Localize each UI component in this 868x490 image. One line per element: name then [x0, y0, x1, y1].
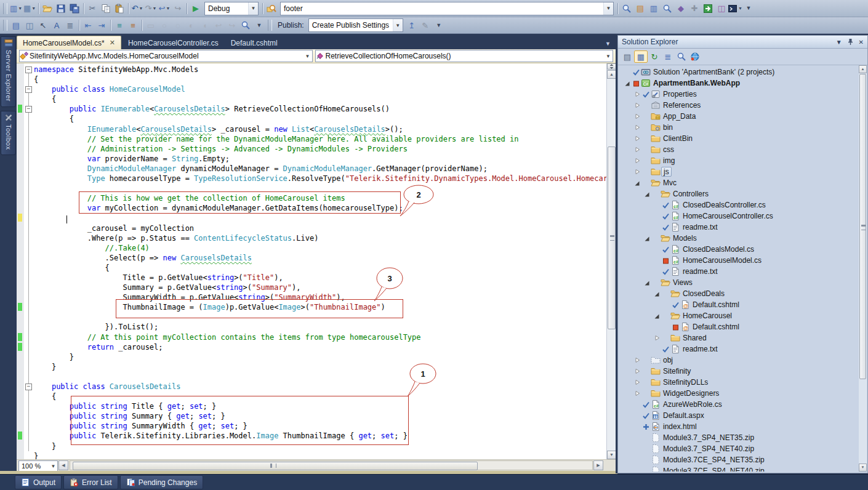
tree-item-homecarouselmodel-cs[interactable]: c#HomeCarouselModel.cs: [618, 255, 859, 266]
start-debug-button[interactable]: ▶: [189, 2, 203, 15]
tree-collapsed-icon[interactable]: [633, 135, 641, 142]
navigate-forward-button[interactable]: ↪: [171, 2, 185, 15]
tab-default-cshtml[interactable]: Default.cshtml: [225, 36, 283, 49]
tree-item-index-html[interactable]: index.html: [618, 421, 859, 432]
outline-collapse-icon[interactable]: –: [25, 384, 32, 390]
scrollbar-thumb[interactable]: [73, 462, 478, 470]
tree-item-properties[interactable]: Properties: [618, 89, 859, 100]
sidebar-tab-server-explorer[interactable]: Server Explorer: [1, 36, 16, 107]
tree-item-homecarousel[interactable]: HomeCarousel: [618, 310, 859, 321]
code-line[interactable]: }: [17, 362, 606, 372]
tree-item-css[interactable]: css: [618, 144, 859, 155]
refresh-button[interactable]: ↻: [648, 50, 661, 63]
code-line[interactable]: .Where(p => p.Status == ContentLifecycle…: [17, 233, 606, 243]
tree-collapsed-icon[interactable]: [633, 124, 641, 131]
tree-item-readme-txt[interactable]: readme.txt: [618, 343, 859, 355]
properties-window-button[interactable]: ▤: [633, 2, 647, 15]
navigate-backward-button[interactable]: ↩▼: [158, 2, 171, 15]
chevron-down-icon[interactable]: ▼: [604, 54, 613, 59]
view-in-browser-button[interactable]: [688, 50, 702, 63]
chevron-down-icon[interactable]: ▼: [248, 2, 258, 15]
tree-item-closeddeals[interactable]: ClosedDeals: [618, 288, 859, 299]
view-class-diagram-button[interactable]: [675, 50, 688, 63]
chevron-down-icon[interactable]: ▼: [152, 6, 156, 10]
publish-web-button[interactable]: ↥: [405, 18, 419, 32]
code-line[interactable]: }: [17, 451, 606, 459]
chevron-down-icon[interactable]: ▼: [139, 6, 143, 10]
splitter-handle[interactable]: [607, 63, 616, 70]
tree-item-models[interactable]: Models: [618, 233, 859, 244]
tree-collapsed-icon[interactable]: [633, 168, 641, 175]
code-line[interactable]: {: [17, 114, 606, 124]
window-position-icon[interactable]: ▼: [836, 39, 842, 46]
new-project-button[interactable]: ▥▼: [9, 2, 23, 15]
close-icon[interactable]: ✕: [859, 39, 864, 46]
view-designer-button[interactable]: ◫: [23, 18, 36, 32]
code-line[interactable]: Type homecarouselType = TypeResolutionSe…: [17, 174, 606, 183]
tree-item-module3-7ce-sp4-net35-zip[interactable]: Module3.7CE_SP4_NET35.zip: [618, 454, 859, 465]
output-button[interactable]: Output: [15, 475, 62, 489]
code-line[interactable]: – public IEnumerable<CarouselsDetails> R…: [17, 104, 606, 114]
tree-item-app-data[interactable]: App_Data: [618, 111, 859, 122]
show-all-files-button[interactable]: ▦: [634, 50, 648, 63]
tree-item-widgetdesigners[interactable]: WidgetDesigners: [618, 388, 859, 399]
member-dropdown[interactable]: RetrieveCollectionOfHomeCarousels() ▼: [315, 50, 613, 62]
debug-configuration-combo[interactable]: Debug▼: [204, 2, 259, 15]
scrollbar-thumb[interactable]: [608, 147, 616, 329]
tree-item-readme-txt[interactable]: readme.txt: [618, 266, 859, 277]
code-line[interactable]: DynamicModuleManager dynamicModuleManage…: [17, 164, 606, 174]
scroll-up-icon[interactable]: ▲: [859, 65, 867, 73]
scroll-down-icon[interactable]: ▼: [607, 451, 616, 459]
font-size-button[interactable]: A: [50, 18, 63, 32]
tree-collapsed-icon[interactable]: [633, 367, 641, 375]
find-in-files-button[interactable]: [620, 2, 633, 15]
chevron-down-icon[interactable]: ▼: [393, 19, 403, 31]
search-combo[interactable]: footer▼: [280, 2, 614, 15]
extension-manager-button[interactable]: [701, 2, 715, 15]
editor-horizontal-scrollbar[interactable]: [70, 460, 593, 470]
tree-item-js[interactable]: js: [618, 166, 859, 177]
close-tab-icon[interactable]: ✕: [110, 39, 115, 47]
tree-item-sitefinitydlls[interactable]: SitefinityDLLs: [618, 377, 859, 388]
sidebar-tab-toolbox[interactable]: Toolbox: [1, 111, 16, 155]
code-line[interactable]: Title = p.GetValue<string>("Title"),: [17, 273, 606, 283]
tab-homecarouselmodel[interactable]: HomeCarouselModel.cs* ✕: [17, 36, 121, 49]
tree-item-module3-7-sp4-net35-zip[interactable]: Module3.7_SP4_NET35.zip: [618, 432, 859, 443]
code-line[interactable]: var providerName = String.Empty;: [17, 154, 606, 164]
zoom-dropdown[interactable]: 100 % ▼: [18, 460, 58, 472]
tree-item-shared[interactable]: Shared: [618, 332, 859, 343]
indent-increase-button[interactable]: ⇥: [95, 18, 108, 32]
toolbox-button[interactable]: ✚: [688, 2, 701, 15]
open-file-button[interactable]: [41, 2, 54, 15]
code-line[interactable]: return _carousel;: [17, 342, 606, 352]
chevron-down-icon[interactable]: ▼: [18, 6, 22, 10]
pin-icon[interactable]: [847, 38, 854, 46]
toolbar-options-button[interactable]: ▼: [252, 18, 266, 32]
tab-list-dropdown-icon[interactable]: ▼: [605, 41, 611, 47]
tree-collapsed-icon[interactable]: [633, 146, 641, 153]
tree-item-solution-apartmentbank-2-projects[interactable]: Solution 'ApartmentBank' (2 projects): [618, 66, 859, 78]
code-line[interactable]: _carousel = myCollection: [17, 223, 606, 233]
tree-item-closeddealsmodel-cs[interactable]: c#ClosedDealsModel.cs: [618, 244, 859, 255]
code-line[interactable]: – public class CarouselsDetails: [17, 382, 606, 392]
code-line[interactable]: // Administration -> Settings -> Advance…: [17, 144, 606, 154]
chevron-down-icon[interactable]: ▼: [166, 6, 170, 10]
tree-item-clientbin[interactable]: ClientBin: [618, 133, 859, 144]
chevron-down-icon[interactable]: ▼: [303, 54, 312, 59]
scroll-right-icon[interactable]: ▶: [593, 460, 603, 470]
tree-item-homecarouselcontroller-cs[interactable]: c#HomeCarouselController.cs: [618, 211, 859, 222]
tree-item-apartmentbank-webapp[interactable]: C#ApartmentBank.WebApp: [618, 78, 859, 89]
outline-collapse-icon[interactable]: –: [25, 106, 32, 113]
pending-changes-button[interactable]: Pending Changes: [120, 475, 203, 489]
code-line[interactable]: [17, 372, 606, 382]
uncomment-lines-button[interactable]: ≡: [126, 18, 140, 32]
document-outline-button[interactable]: ≣: [63, 18, 77, 32]
scroll-down-icon[interactable]: ▼: [859, 464, 867, 472]
toolbar-grip[interactable]: [268, 20, 272, 31]
code-line[interactable]: // At this point myCollection contains t…: [17, 332, 606, 342]
code-line[interactable]: {: [17, 74, 606, 84]
code-line[interactable]: // Set the provider name for the Dynamic…: [17, 134, 606, 144]
undo-button[interactable]: ↶▼: [131, 2, 144, 15]
tree-item-sitefinity[interactable]: Sitefinity: [618, 366, 859, 377]
properties-pages-button[interactable]: ▤: [621, 50, 634, 63]
